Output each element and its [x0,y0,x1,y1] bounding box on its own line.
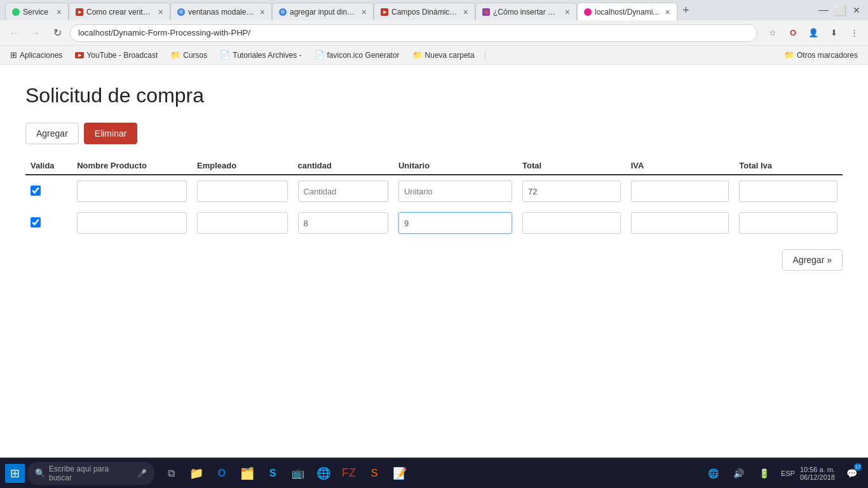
filezilla-icon[interactable]: FZ [337,462,360,485]
close-button[interactable]: ✕ [850,4,863,17]
cell-total-iva-1 [734,175,843,207]
explorer-taskbar-icon[interactable]: 🗂️ [236,462,259,485]
cell-empleado-2 [192,207,292,239]
notes-icon[interactable]: 📝 [388,462,411,485]
reload-button[interactable]: ↻ [48,24,66,42]
input-total-2[interactable] [522,212,621,234]
tab-close-google1[interactable]: × [260,8,265,17]
bookmark-label-tutoriales: Tutoriales Archives - [233,51,301,60]
taskview-icon[interactable]: ⧉ [159,462,182,485]
tab-close-bookmark[interactable]: × [565,8,570,17]
bookmark-favicon[interactable]: 📄 favicon.ico Generator [309,48,405,62]
network-icon[interactable]: 🌐 [702,462,725,485]
input-nombre-1[interactable] [77,180,187,202]
input-cantidad-1[interactable] [298,180,388,202]
taskbar-search[interactable]: 🔍 Escribe aquí para buscar 🎤 [27,462,154,485]
tab-youtube[interactable]: ▶ Como crear venta... × [69,3,170,20]
cell-valida-1 [25,175,72,207]
skype-icon[interactable]: S [261,462,284,485]
notification-center[interactable]: 💬 17 [840,462,863,485]
input-total-iva-2[interactable] [739,212,837,234]
taskbar-date: 06/12/2018 [800,473,835,481]
action-buttons: Agregar Eliminar [25,123,843,144]
file-explorer-icon[interactable]: 📁 [185,462,208,485]
tab-icon-service [12,8,20,16]
cell-cantidad-1 [293,175,393,207]
input-total-1[interactable] [522,180,621,202]
user-profile-icon[interactable]: 👤 [804,24,822,42]
tab-bookmark[interactable]: 🔖 ¿Cómo insertar ar... × [475,3,577,20]
tab-service[interactable]: Service × [5,3,69,20]
chrome-icon[interactable]: 🌐 [312,462,335,485]
tab-youtube2[interactable]: ▶ Campos Dinámico... × [374,3,475,20]
bookmark-youtube[interactable]: ▶ YouTube - Broadcast [70,49,163,62]
address-bar[interactable]: localhost/Dynamic-Form-Processing-with-P… [70,24,757,42]
cell-total-iva-2 [734,207,843,239]
start-button[interactable]: ⊞ [5,464,25,483]
teamviewer-icon[interactable]: 📺 [287,462,309,485]
table-row [25,175,843,207]
input-empleado-1[interactable] [197,180,287,202]
input-iva-2[interactable] [631,212,729,234]
input-iva-1[interactable] [631,180,729,202]
input-unitario-2[interactable] [398,212,512,234]
address-text: localhost/Dynamic-Form-Processing-with-P… [78,28,250,37]
taskbar-clock[interactable]: 10:56 a. m. 06/12/2018 [800,466,835,481]
bookmark-star-icon[interactable]: ☆ [764,24,782,42]
minimize-button[interactable]: — [817,4,830,17]
bookmark-label-aplicaciones: Aplicaciones [20,51,62,60]
checkbox-2[interactable] [31,217,41,227]
input-unitario-1[interactable] [398,180,512,202]
bookmark-tutoriales[interactable]: 📄 Tutoriales Archives - [215,48,306,62]
tab-close-youtube2[interactable]: × [463,8,468,17]
input-empleado-2[interactable] [197,212,287,234]
cell-nombre-2 [72,207,192,239]
maximize-button[interactable]: ⬜ [834,4,846,17]
eliminar-button[interactable]: Eliminar [84,123,138,144]
tab-google2[interactable]: G agregar input dina... × [272,3,374,20]
checkbox-1[interactable] [31,186,41,196]
tab-localhost[interactable]: localhost/Dynami... × [577,3,677,20]
page-content: Solicitud de compra Agregar Eliminar Val… [0,65,868,458]
tab-close-service[interactable]: × [57,8,62,17]
battery-icon[interactable]: 🔋 [753,462,776,485]
notification-badge: 17 [854,463,862,471]
download-icon[interactable]: ⬇ [825,24,843,42]
tab-close-localhost[interactable]: × [665,8,670,17]
back-button[interactable]: ← [5,24,23,42]
folder-icon-cursos: 📁 [170,50,180,60]
header-empleado: Empleado [192,157,292,175]
bookmark-aplicaciones[interactable]: ⊞ Aplicaciones [5,48,67,62]
tab-google1[interactable]: G ventanas modales... × [170,3,272,20]
agregar-button[interactable]: Agregar [25,123,79,144]
volume-icon[interactable]: 🔊 [728,462,750,485]
outlook-icon[interactable]: O [210,462,233,485]
search-placeholder: Escribe aquí para buscar [49,464,133,482]
sublime-icon[interactable]: S [363,462,386,485]
voice-icon: 🎤 [137,469,147,478]
page-title: Solicitud de compra [25,84,843,107]
opera-icon[interactable]: O [784,24,802,42]
header-valida: Valida [25,157,72,175]
agregar-row-button[interactable]: Agregar » [782,249,843,271]
input-nombre-2[interactable] [77,212,187,234]
bookmark-label-cursos: Cursos [183,51,207,60]
bookmark-separator [485,50,485,60]
new-tab-button[interactable]: + [677,1,695,19]
folder-icon-otros: 📁 [784,50,794,60]
otros-marcadores-label: Otros marcadores [797,51,858,60]
nav-bar: ← → ↻ localhost/Dynamic-Form-Processing-… [0,20,868,46]
youtube-icon: ▶ [75,52,84,58]
otros-marcadores[interactable]: 📁 Otros marcadores [779,48,863,62]
menu-icon[interactable]: ⋮ [845,24,863,42]
forward-button[interactable]: → [27,24,44,42]
tab-close-youtube[interactable]: × [158,8,163,17]
header-cantidad: cantidad [293,157,393,175]
header-total-iva: Total Iva [734,157,843,175]
bookmark-nueva-carpeta[interactable]: 📁 Nueva carpeta [407,48,480,62]
bookmark-cursos[interactable]: 📁 Cursos [165,48,212,62]
cell-unitario-1 [393,175,517,207]
tab-close-google2[interactable]: × [362,8,367,17]
input-total-iva-1[interactable] [739,180,837,202]
input-cantidad-2[interactable] [298,212,388,234]
